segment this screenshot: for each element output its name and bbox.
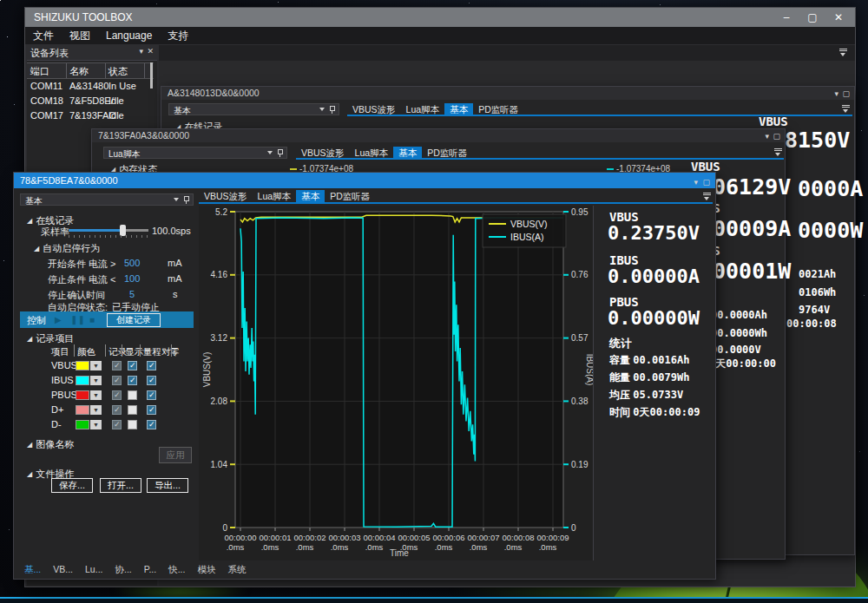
- show-checkbox[interactable]: [128, 376, 137, 385]
- window-menu-icon[interactable]: ▾: [765, 130, 769, 143]
- window-maximize-icon[interactable]: ▢: [702, 174, 710, 190]
- apply-button[interactable]: 应用: [159, 447, 192, 463]
- record-checkbox[interactable]: [112, 405, 122, 415]
- play-icon[interactable]: ▶: [55, 315, 62, 324]
- pin-icon[interactable]: [329, 105, 336, 115]
- svg-text:00:00:06: 00:00:06: [433, 533, 465, 542]
- show-checkbox[interactable]: [128, 405, 137, 415]
- window-titlebar[interactable]: 7&193FA0A3&0&0000 ▾ ▢: [92, 129, 785, 142]
- device-row[interactable]: COM177&193FACIdle: [27, 108, 154, 123]
- pause-icon[interactable]: ❚❚: [70, 315, 85, 324]
- bottom-tab-5[interactable]: 快...: [168, 562, 185, 578]
- tab-basic[interactable]: 基本: [444, 103, 473, 115]
- section-auto-start-stop[interactable]: ◢自动启停行为: [34, 242, 100, 255]
- pin-icon[interactable]: [277, 148, 284, 158]
- menu-support[interactable]: 支持: [168, 27, 188, 44]
- tab-overflow-icon[interactable]: [841, 105, 851, 114]
- tab-pd-monitor[interactable]: PD监听器: [422, 147, 472, 159]
- tab-overflow-icon[interactable]: [773, 148, 783, 157]
- tab-lua-script[interactable]: Lua脚本: [350, 147, 394, 159]
- show-checkbox[interactable]: [128, 420, 137, 429]
- device-list-header[interactable]: 设备列表 ▾ ✕: [27, 45, 157, 61]
- section-image-name[interactable]: ◢图像名称: [27, 438, 74, 451]
- device-list-scrollbar[interactable]: [150, 62, 153, 88]
- confirm-time-value[interactable]: 5: [129, 289, 135, 299]
- tab-lua-script[interactable]: Lua脚本: [401, 103, 445, 115]
- panel-selector-combo[interactable]: Lua脚本: [103, 147, 287, 159]
- record-checkbox[interactable]: [112, 376, 122, 385]
- start-cond-value[interactable]: 500: [124, 258, 140, 268]
- app-titlebar[interactable]: SHIZUKU TOOLBOX – ▢ ✕: [25, 8, 855, 27]
- panel-dropdown-icon[interactable]: ▾: [139, 47, 143, 56]
- panel-selector-combo[interactable]: 基本: [20, 193, 194, 206]
- maximize-button[interactable]: ▢: [799, 8, 825, 27]
- zero-checkbox[interactable]: [147, 405, 156, 415]
- minimize-button[interactable]: –: [773, 8, 799, 27]
- sample-rate-slider[interactable]: [69, 229, 148, 232]
- svg-text:00:00:08: 00:00:08: [503, 533, 535, 542]
- bottom-tab-3[interactable]: 协...: [115, 562, 131, 578]
- window-menu-icon[interactable]: ▾: [834, 88, 838, 101]
- bottom-tab-1[interactable]: VB...: [53, 562, 73, 578]
- bottom-tab-6[interactable]: 模块: [197, 562, 215, 578]
- window-menu-icon[interactable]: ▾: [694, 174, 698, 190]
- pin-icon[interactable]: [183, 195, 190, 205]
- window-maximize-icon[interactable]: ▢: [773, 130, 780, 143]
- record-checkbox[interactable]: [112, 390, 122, 400]
- color-swatch[interactable]: [76, 376, 89, 385]
- panel-close-icon[interactable]: ✕: [147, 47, 154, 56]
- tab-vbus-wave[interactable]: VBUS波形: [199, 190, 253, 202]
- zero-checkbox[interactable]: [147, 361, 156, 370]
- color-dropdown[interactable]: ▼: [90, 405, 102, 415]
- tab-pd-monitor[interactable]: PD监听器: [325, 190, 375, 202]
- device-table-header[interactable]: 端口 名称 状态: [27, 62, 154, 79]
- show-checkbox[interactable]: [128, 390, 137, 400]
- tab-lua-script[interactable]: Lua脚本: [253, 190, 297, 202]
- window-titlebar[interactable]: 78&F5D8EA7&0&0000 ▾ ▢: [14, 173, 715, 188]
- zero-checkbox[interactable]: [147, 420, 156, 429]
- menu-language[interactable]: Language: [106, 27, 152, 44]
- bottom-tab-0[interactable]: 基...: [24, 562, 41, 578]
- record-checkbox[interactable]: [112, 420, 122, 429]
- window-maximize-icon[interactable]: ▢: [842, 88, 850, 101]
- stop-cond-value[interactable]: 100: [124, 273, 140, 284]
- bottom-tab-7[interactable]: 系统: [227, 562, 246, 578]
- show-checkbox[interactable]: [128, 361, 137, 370]
- color-swatch[interactable]: [76, 405, 89, 415]
- save-button[interactable]: 保存...: [51, 478, 93, 493]
- panel-selector-combo[interactable]: 基本: [168, 103, 339, 115]
- tab-overflow-icon[interactable]: [702, 193, 712, 201]
- svg-text:00:00:00: 00:00:00: [225, 533, 257, 542]
- close-button[interactable]: ✕: [825, 8, 852, 27]
- tab-basic[interactable]: 基本: [393, 147, 422, 159]
- tab-overflow-icon[interactable]: [838, 49, 848, 57]
- menu-view[interactable]: 视图: [69, 27, 90, 44]
- record-checkbox[interactable]: [112, 361, 122, 370]
- stop-icon[interactable]: ■: [89, 315, 95, 324]
- color-dropdown[interactable]: ▼: [90, 390, 102, 400]
- tab-pd-monitor[interactable]: PD监听器: [473, 103, 523, 115]
- device-row[interactable]: COM11A&31480In Use: [27, 79, 154, 94]
- color-dropdown[interactable]: ▼: [90, 361, 102, 370]
- svg-text:Time: Time: [390, 548, 409, 558]
- color-dropdown[interactable]: ▼: [90, 420, 102, 429]
- color-swatch[interactable]: [76, 390, 89, 400]
- create-record-button[interactable]: 创建记录: [107, 313, 161, 327]
- color-swatch[interactable]: [76, 420, 89, 429]
- zero-checkbox[interactable]: [147, 376, 156, 385]
- color-dropdown[interactable]: ▼: [90, 376, 102, 385]
- menu-file[interactable]: 文件: [33, 27, 54, 44]
- section-record-items[interactable]: ◢记录项目: [27, 332, 74, 345]
- bottom-tab-2[interactable]: Lu...: [85, 562, 102, 578]
- bottom-tab-4[interactable]: P...: [144, 562, 156, 578]
- export-button[interactable]: 导出...: [147, 478, 188, 493]
- device-row[interactable]: COM187&F5D8E/Idle: [27, 94, 154, 108]
- tab-basic[interactable]: 基本: [296, 190, 325, 202]
- tab-vbus-wave[interactable]: VBUS波形: [296, 147, 350, 159]
- open-button[interactable]: 打开...: [100, 478, 141, 493]
- window-titlebar[interactable]: A&3148013D&0&0000 ▾ ▢: [161, 87, 854, 100]
- color-swatch[interactable]: [76, 361, 89, 370]
- taskbar-edge[interactable]: [0, 597, 868, 603]
- zero-checkbox[interactable]: [147, 390, 156, 400]
- tab-vbus-wave[interactable]: VBUS波形: [347, 103, 401, 115]
